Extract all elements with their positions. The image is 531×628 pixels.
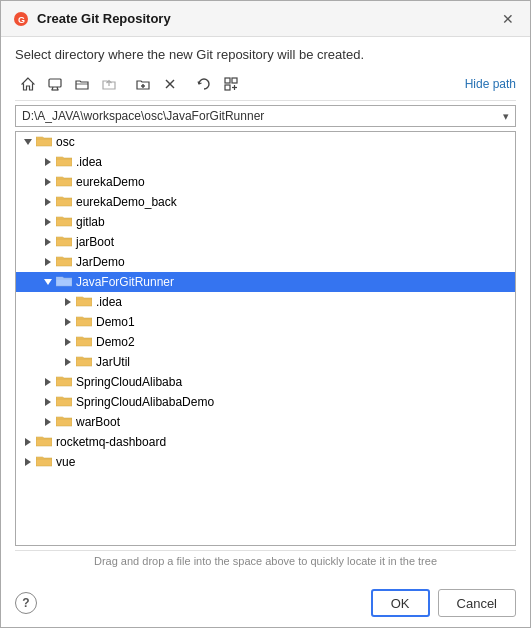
tree-item[interactable]: Demo2 bbox=[16, 332, 515, 352]
folder-up-icon bbox=[102, 77, 116, 91]
folder-icon bbox=[56, 234, 72, 250]
path-bar: D:\A_JAVA\workspace\osc\JavaForGitRunner… bbox=[15, 105, 516, 127]
tree-expander[interactable] bbox=[60, 354, 76, 370]
tree-expander[interactable] bbox=[20, 434, 36, 450]
hide-path-link[interactable]: Hide path bbox=[465, 77, 516, 91]
tree-item[interactable]: osc bbox=[16, 132, 515, 152]
folder-icon bbox=[76, 294, 92, 310]
open-folder-button[interactable] bbox=[69, 72, 95, 96]
dialog-title: Create Git Repository bbox=[37, 11, 171, 26]
desktop-icon bbox=[48, 77, 62, 91]
ok-button[interactable]: OK bbox=[371, 589, 430, 617]
svg-rect-14 bbox=[225, 85, 230, 90]
tree-item-label: vue bbox=[56, 455, 75, 469]
tree-expander[interactable] bbox=[40, 154, 56, 170]
tree-expander[interactable] bbox=[20, 454, 36, 470]
tree-item[interactable]: vue bbox=[16, 452, 515, 472]
svg-marker-31 bbox=[45, 418, 51, 426]
tree-expander[interactable] bbox=[40, 414, 56, 430]
tree-item-label: jarBoot bbox=[76, 235, 114, 249]
svg-marker-25 bbox=[65, 298, 71, 306]
folder-up-button[interactable] bbox=[96, 72, 122, 96]
path-dropdown-arrow[interactable]: ▾ bbox=[503, 110, 509, 123]
home-button[interactable] bbox=[15, 72, 41, 96]
tree-expander[interactable] bbox=[20, 134, 36, 150]
folder-icon bbox=[76, 334, 92, 350]
folder-icon bbox=[56, 414, 72, 430]
tree-expander[interactable] bbox=[40, 374, 56, 390]
svg-marker-28 bbox=[65, 358, 71, 366]
tree-item[interactable]: .idea bbox=[16, 292, 515, 312]
refresh-icon bbox=[197, 77, 211, 91]
new-folder-button[interactable] bbox=[130, 72, 156, 96]
tree-expander[interactable] bbox=[60, 334, 76, 350]
tree-expander[interactable] bbox=[40, 274, 56, 290]
tree-item[interactable]: gitlab bbox=[16, 212, 515, 232]
folder-icon bbox=[76, 354, 92, 370]
close-button[interactable]: ✕ bbox=[498, 9, 518, 29]
delete-button[interactable] bbox=[157, 72, 183, 96]
tree-item[interactable]: SpringCloudAlibaba bbox=[16, 372, 515, 392]
tree-item[interactable]: SpringCloudAlibabaDemo bbox=[16, 392, 515, 412]
tree-item[interactable]: JavaForGitRunner bbox=[16, 272, 515, 292]
svg-marker-20 bbox=[45, 198, 51, 206]
git-icon: G bbox=[13, 11, 29, 27]
tree-item[interactable]: warBoot bbox=[16, 412, 515, 432]
svg-marker-30 bbox=[45, 398, 51, 406]
tree-expander[interactable] bbox=[40, 394, 56, 410]
folder-icon bbox=[56, 254, 72, 270]
content-area: Select directory where the new Git repos… bbox=[1, 37, 530, 583]
tree-expander[interactable] bbox=[60, 294, 76, 310]
refresh-button[interactable] bbox=[191, 72, 217, 96]
tree-expander[interactable] bbox=[40, 234, 56, 250]
cancel-button[interactable]: Cancel bbox=[438, 589, 516, 617]
svg-marker-22 bbox=[45, 238, 51, 246]
folder-icon bbox=[56, 214, 72, 230]
tree-expander[interactable] bbox=[40, 254, 56, 270]
tree-item-label: SpringCloudAlibaba bbox=[76, 375, 182, 389]
svg-rect-3 bbox=[49, 79, 61, 87]
tree-item[interactable]: Demo1 bbox=[16, 312, 515, 332]
folder-icon bbox=[56, 194, 72, 210]
tree-item[interactable]: .idea bbox=[16, 152, 515, 172]
svg-rect-13 bbox=[232, 78, 237, 83]
help-button[interactable]: ? bbox=[15, 592, 37, 614]
tree-item[interactable]: rocketmq-dashboard bbox=[16, 432, 515, 452]
tree-item-label: Demo2 bbox=[96, 335, 135, 349]
svg-text:G: G bbox=[18, 15, 25, 25]
folder-icon bbox=[36, 434, 52, 450]
tree-item[interactable]: eurekaDemo_back bbox=[16, 192, 515, 212]
folder-icon bbox=[76, 314, 92, 330]
tree-item-label: JavaForGitRunner bbox=[76, 275, 174, 289]
tree-item-label: JarUtil bbox=[96, 355, 130, 369]
tree-expander[interactable] bbox=[60, 314, 76, 330]
title-bar: G Create Git Repository ✕ bbox=[1, 1, 530, 37]
folder-icon bbox=[56, 174, 72, 190]
tree-item-label: eurekaDemo_back bbox=[76, 195, 177, 209]
home-icon bbox=[21, 77, 35, 91]
tree-item[interactable]: jarBoot bbox=[16, 232, 515, 252]
folder-icon bbox=[36, 134, 52, 150]
tree-item[interactable]: JarDemo bbox=[16, 252, 515, 272]
tree-expander[interactable] bbox=[40, 194, 56, 210]
svg-marker-29 bbox=[45, 378, 51, 386]
tree-item-label: warBoot bbox=[76, 415, 120, 429]
folder-icon bbox=[56, 374, 72, 390]
folder-icon bbox=[56, 394, 72, 410]
svg-marker-24 bbox=[44, 279, 52, 285]
tree-item-label: gitlab bbox=[76, 215, 105, 229]
collapse-icon bbox=[224, 77, 238, 91]
folder-icon bbox=[36, 454, 52, 470]
tree-item-label: JarDemo bbox=[76, 255, 125, 269]
tree-item[interactable]: JarUtil bbox=[16, 352, 515, 372]
subtitle-text: Select directory where the new Git repos… bbox=[15, 47, 516, 62]
svg-marker-2 bbox=[22, 78, 34, 90]
tree-item[interactable]: eurekaDemo bbox=[16, 172, 515, 192]
footer: ? OK Cancel bbox=[1, 583, 530, 627]
collapse-button[interactable] bbox=[218, 72, 244, 96]
tree-expander[interactable] bbox=[40, 174, 56, 190]
file-tree[interactable]: osc .idea eurekaDemo eurekaDemo_back git… bbox=[15, 131, 516, 546]
tree-expander[interactable] bbox=[40, 214, 56, 230]
svg-marker-19 bbox=[45, 178, 51, 186]
desktop-button[interactable] bbox=[42, 72, 68, 96]
